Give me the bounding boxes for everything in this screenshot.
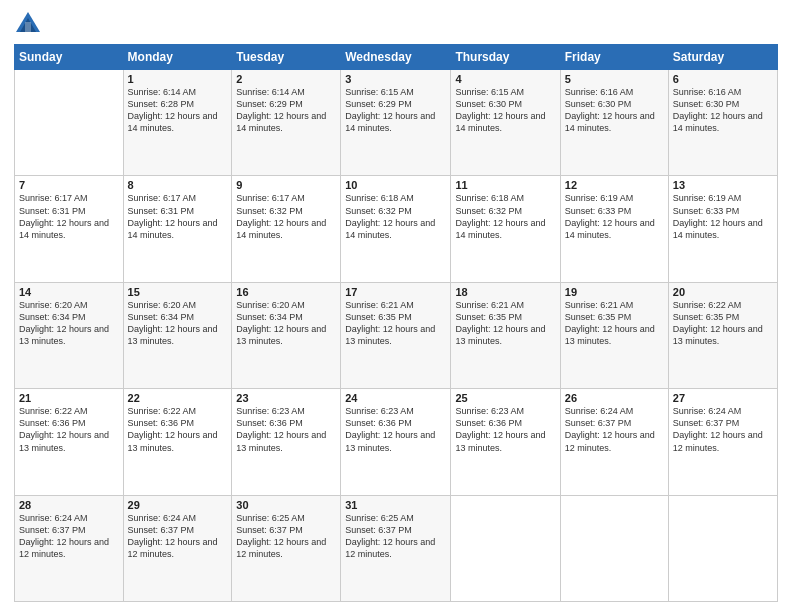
day-info: Sunrise: 6:14 AM Sunset: 6:28 PM Dayligh… [128,86,228,135]
day-cell: 8Sunrise: 6:17 AM Sunset: 6:31 PM Daylig… [123,176,232,282]
day-cell: 28Sunrise: 6:24 AM Sunset: 6:37 PM Dayli… [15,495,124,601]
day-number: 23 [236,392,336,404]
column-header-thursday: Thursday [451,45,560,70]
day-number: 24 [345,392,446,404]
day-number: 22 [128,392,228,404]
day-cell: 2Sunrise: 6:14 AM Sunset: 6:29 PM Daylig… [232,70,341,176]
day-info: Sunrise: 6:23 AM Sunset: 6:36 PM Dayligh… [236,405,336,454]
day-cell: 13Sunrise: 6:19 AM Sunset: 6:33 PM Dayli… [668,176,777,282]
day-info: Sunrise: 6:17 AM Sunset: 6:31 PM Dayligh… [128,192,228,241]
day-number: 1 [128,73,228,85]
day-cell: 4Sunrise: 6:15 AM Sunset: 6:30 PM Daylig… [451,70,560,176]
day-number: 2 [236,73,336,85]
day-number: 14 [19,286,119,298]
day-number: 11 [455,179,555,191]
day-info: Sunrise: 6:21 AM Sunset: 6:35 PM Dayligh… [565,299,664,348]
day-cell: 6Sunrise: 6:16 AM Sunset: 6:30 PM Daylig… [668,70,777,176]
day-cell: 16Sunrise: 6:20 AM Sunset: 6:34 PM Dayli… [232,282,341,388]
day-cell: 12Sunrise: 6:19 AM Sunset: 6:33 PM Dayli… [560,176,668,282]
week-row-3: 14Sunrise: 6:20 AM Sunset: 6:34 PM Dayli… [15,282,778,388]
day-info: Sunrise: 6:22 AM Sunset: 6:36 PM Dayligh… [128,405,228,454]
day-cell: 25Sunrise: 6:23 AM Sunset: 6:36 PM Dayli… [451,389,560,495]
day-cell: 1Sunrise: 6:14 AM Sunset: 6:28 PM Daylig… [123,70,232,176]
day-number: 3 [345,73,446,85]
week-row-2: 7Sunrise: 6:17 AM Sunset: 6:31 PM Daylig… [15,176,778,282]
day-number: 25 [455,392,555,404]
header [14,10,778,38]
day-info: Sunrise: 6:19 AM Sunset: 6:33 PM Dayligh… [673,192,773,241]
logo [14,10,46,38]
day-info: Sunrise: 6:20 AM Sunset: 6:34 PM Dayligh… [19,299,119,348]
day-cell: 24Sunrise: 6:23 AM Sunset: 6:36 PM Dayli… [341,389,451,495]
day-info: Sunrise: 6:16 AM Sunset: 6:30 PM Dayligh… [673,86,773,135]
day-info: Sunrise: 6:21 AM Sunset: 6:35 PM Dayligh… [455,299,555,348]
day-info: Sunrise: 6:18 AM Sunset: 6:32 PM Dayligh… [345,192,446,241]
day-number: 4 [455,73,555,85]
day-number: 8 [128,179,228,191]
day-cell: 10Sunrise: 6:18 AM Sunset: 6:32 PM Dayli… [341,176,451,282]
day-info: Sunrise: 6:20 AM Sunset: 6:34 PM Dayligh… [128,299,228,348]
column-header-monday: Monday [123,45,232,70]
day-info: Sunrise: 6:20 AM Sunset: 6:34 PM Dayligh… [236,299,336,348]
day-cell [15,70,124,176]
day-number: 5 [565,73,664,85]
day-number: 21 [19,392,119,404]
day-info: Sunrise: 6:22 AM Sunset: 6:35 PM Dayligh… [673,299,773,348]
day-cell: 5Sunrise: 6:16 AM Sunset: 6:30 PM Daylig… [560,70,668,176]
day-info: Sunrise: 6:19 AM Sunset: 6:33 PM Dayligh… [565,192,664,241]
day-info: Sunrise: 6:15 AM Sunset: 6:30 PM Dayligh… [455,86,555,135]
column-header-sunday: Sunday [15,45,124,70]
day-number: 27 [673,392,773,404]
week-row-5: 28Sunrise: 6:24 AM Sunset: 6:37 PM Dayli… [15,495,778,601]
header-row: SundayMondayTuesdayWednesdayThursdayFrid… [15,45,778,70]
day-cell: 20Sunrise: 6:22 AM Sunset: 6:35 PM Dayli… [668,282,777,388]
day-cell: 14Sunrise: 6:20 AM Sunset: 6:34 PM Dayli… [15,282,124,388]
day-cell: 17Sunrise: 6:21 AM Sunset: 6:35 PM Dayli… [341,282,451,388]
day-info: Sunrise: 6:16 AM Sunset: 6:30 PM Dayligh… [565,86,664,135]
column-header-wednesday: Wednesday [341,45,451,70]
day-info: Sunrise: 6:15 AM Sunset: 6:29 PM Dayligh… [345,86,446,135]
day-number: 19 [565,286,664,298]
day-cell: 27Sunrise: 6:24 AM Sunset: 6:37 PM Dayli… [668,389,777,495]
day-cell: 22Sunrise: 6:22 AM Sunset: 6:36 PM Dayli… [123,389,232,495]
day-number: 17 [345,286,446,298]
day-number: 26 [565,392,664,404]
day-info: Sunrise: 6:25 AM Sunset: 6:37 PM Dayligh… [345,512,446,561]
week-row-1: 1Sunrise: 6:14 AM Sunset: 6:28 PM Daylig… [15,70,778,176]
column-header-saturday: Saturday [668,45,777,70]
day-cell: 30Sunrise: 6:25 AM Sunset: 6:37 PM Dayli… [232,495,341,601]
day-number: 31 [345,499,446,511]
column-header-tuesday: Tuesday [232,45,341,70]
day-cell: 19Sunrise: 6:21 AM Sunset: 6:35 PM Dayli… [560,282,668,388]
day-info: Sunrise: 6:24 AM Sunset: 6:37 PM Dayligh… [673,405,773,454]
day-cell: 11Sunrise: 6:18 AM Sunset: 6:32 PM Dayli… [451,176,560,282]
day-info: Sunrise: 6:18 AM Sunset: 6:32 PM Dayligh… [455,192,555,241]
day-number: 15 [128,286,228,298]
day-number: 30 [236,499,336,511]
day-info: Sunrise: 6:14 AM Sunset: 6:29 PM Dayligh… [236,86,336,135]
day-cell: 9Sunrise: 6:17 AM Sunset: 6:32 PM Daylig… [232,176,341,282]
svg-rect-2 [25,22,31,32]
day-number: 20 [673,286,773,298]
day-number: 28 [19,499,119,511]
day-number: 29 [128,499,228,511]
day-cell: 18Sunrise: 6:21 AM Sunset: 6:35 PM Dayli… [451,282,560,388]
column-header-friday: Friday [560,45,668,70]
day-cell: 3Sunrise: 6:15 AM Sunset: 6:29 PM Daylig… [341,70,451,176]
day-cell [668,495,777,601]
day-cell: 26Sunrise: 6:24 AM Sunset: 6:37 PM Dayli… [560,389,668,495]
day-cell: 31Sunrise: 6:25 AM Sunset: 6:37 PM Dayli… [341,495,451,601]
day-info: Sunrise: 6:21 AM Sunset: 6:35 PM Dayligh… [345,299,446,348]
day-info: Sunrise: 6:25 AM Sunset: 6:37 PM Dayligh… [236,512,336,561]
day-cell: 21Sunrise: 6:22 AM Sunset: 6:36 PM Dayli… [15,389,124,495]
day-number: 7 [19,179,119,191]
day-info: Sunrise: 6:23 AM Sunset: 6:36 PM Dayligh… [345,405,446,454]
day-number: 10 [345,179,446,191]
day-number: 6 [673,73,773,85]
day-cell [560,495,668,601]
day-info: Sunrise: 6:24 AM Sunset: 6:37 PM Dayligh… [128,512,228,561]
day-cell: 29Sunrise: 6:24 AM Sunset: 6:37 PM Dayli… [123,495,232,601]
page: SundayMondayTuesdayWednesdayThursdayFrid… [0,0,792,612]
day-info: Sunrise: 6:24 AM Sunset: 6:37 PM Dayligh… [565,405,664,454]
day-number: 9 [236,179,336,191]
